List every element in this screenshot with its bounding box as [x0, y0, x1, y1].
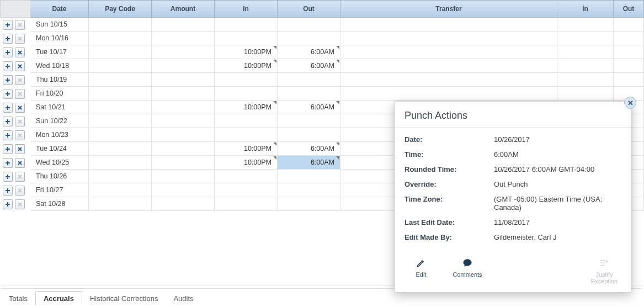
col-out[interactable]: Out [278, 0, 340, 18]
cell-amount[interactable] [152, 114, 215, 128]
cell-out[interactable] [278, 18, 340, 31]
cell-in[interactable] [215, 31, 278, 45]
cell-out[interactable]: 6:00AM [278, 142, 340, 156]
cell-in[interactable] [215, 128, 278, 142]
cell-transfer[interactable] [340, 18, 557, 31]
cell-in[interactable] [215, 73, 278, 87]
delete-row-button[interactable] [15, 103, 25, 113]
cell-out[interactable] [278, 128, 340, 142]
cell-paycode[interactable] [89, 114, 152, 128]
col-in[interactable]: In [215, 0, 278, 18]
add-row-button[interactable] [3, 89, 13, 99]
add-row-button[interactable] [3, 75, 13, 85]
tab-totals[interactable]: Totals [1, 292, 35, 305]
cell-paycode[interactable] [89, 87, 152, 101]
cell-in[interactable] [215, 18, 278, 31]
cell-in2[interactable] [557, 73, 614, 87]
add-row-button[interactable] [3, 61, 13, 71]
cell-out2[interactable] [614, 73, 644, 87]
cell-out2[interactable] [614, 31, 644, 45]
cell-date[interactable]: Tue 10/24 [30, 142, 89, 156]
cell-amount[interactable] [152, 45, 215, 59]
cell-amount[interactable] [152, 170, 215, 183]
cell-amount[interactable] [152, 156, 215, 170]
cell-date[interactable]: Thu 10/19 [30, 73, 89, 87]
cell-date[interactable]: Mon 10/16 [30, 31, 89, 45]
cell-amount[interactable] [152, 73, 215, 87]
cell-date[interactable]: Sun 10/22 [30, 114, 89, 128]
cell-date[interactable]: Sat 10/21 [30, 101, 89, 114]
cell-date[interactable]: Mon 10/23 [30, 128, 89, 142]
cell-out[interactable] [278, 114, 340, 128]
cell-paycode[interactable] [89, 45, 152, 59]
add-row-button[interactable] [3, 172, 13, 182]
cell-in[interactable] [215, 183, 278, 197]
cell-out2[interactable] [614, 45, 644, 59]
cell-date[interactable]: Wed 10/18 [30, 59, 89, 73]
col-out2[interactable]: Out [614, 0, 644, 18]
cell-date[interactable]: Sun 10/15 [30, 18, 89, 31]
tab-audits[interactable]: Audits [166, 292, 201, 305]
cell-date[interactable]: Thu 10/26 [30, 170, 89, 183]
col-paycode[interactable]: Pay Code [89, 0, 152, 18]
comments-button[interactable]: Comments [451, 257, 484, 278]
col-transfer[interactable]: Transfer [340, 0, 557, 18]
cell-out[interactable] [278, 31, 340, 45]
tab-accruals[interactable]: Accruals [35, 291, 82, 305]
cell-paycode[interactable] [89, 170, 152, 183]
cell-transfer[interactable] [340, 87, 557, 101]
popup-close-button[interactable]: ✕ [624, 97, 636, 109]
col-date[interactable]: Date [30, 0, 89, 18]
cell-date[interactable]: Tue 10/17 [30, 45, 89, 59]
cell-transfer[interactable] [340, 59, 557, 73]
cell-in[interactable]: 10:00PM [215, 59, 278, 73]
cell-paycode[interactable] [89, 101, 152, 114]
cell-amount[interactable] [152, 18, 215, 31]
cell-out[interactable] [278, 87, 340, 101]
add-row-button[interactable] [3, 144, 13, 154]
cell-in[interactable]: 10:00PM [215, 156, 278, 170]
cell-in2[interactable] [557, 45, 614, 59]
cell-in[interactable] [215, 170, 278, 183]
cell-amount[interactable] [152, 197, 215, 211]
cell-out[interactable] [278, 73, 340, 87]
cell-paycode[interactable] [89, 183, 152, 197]
cell-amount[interactable] [152, 142, 215, 156]
delete-row-button[interactable] [15, 48, 25, 57]
cell-transfer[interactable] [340, 31, 557, 45]
cell-transfer[interactable] [340, 73, 557, 87]
cell-amount[interactable] [152, 183, 215, 197]
cell-transfer[interactable] [340, 45, 557, 59]
delete-row-button[interactable] [15, 61, 25, 71]
add-row-button[interactable] [3, 48, 13, 57]
cell-in2[interactable] [557, 31, 614, 45]
cell-paycode[interactable] [89, 142, 152, 156]
cell-amount[interactable] [152, 101, 215, 114]
cell-in[interactable]: 10:00PM [215, 101, 278, 114]
col-in2[interactable]: In [557, 0, 614, 18]
cell-out[interactable]: 6:00AM [278, 156, 340, 170]
cell-out[interactable]: 6:00AM [278, 101, 340, 114]
cell-in2[interactable] [557, 59, 614, 73]
cell-out[interactable] [278, 183, 340, 197]
add-row-button[interactable] [3, 186, 13, 196]
cell-out[interactable] [278, 197, 340, 211]
cell-amount[interactable] [152, 59, 215, 73]
cell-out2[interactable] [614, 59, 644, 73]
cell-paycode[interactable] [89, 73, 152, 87]
delete-row-button[interactable] [15, 144, 25, 154]
cell-in2[interactable] [557, 87, 614, 101]
cell-in[interactable] [215, 87, 278, 101]
cell-out2[interactable] [614, 18, 644, 31]
add-row-button[interactable] [3, 20, 13, 30]
cell-date[interactable]: Fri 10/20 [30, 87, 89, 101]
cell-in[interactable] [215, 114, 278, 128]
add-row-button[interactable] [3, 158, 13, 168]
cell-in2[interactable] [557, 18, 614, 31]
cell-amount[interactable] [152, 87, 215, 101]
add-row-button[interactable] [3, 34, 13, 44]
cell-paycode[interactable] [89, 18, 152, 31]
cell-in[interactable]: 10:00PM [215, 45, 278, 59]
cell-paycode[interactable] [89, 156, 152, 170]
cell-date[interactable]: Sat 10/28 [30, 197, 89, 211]
